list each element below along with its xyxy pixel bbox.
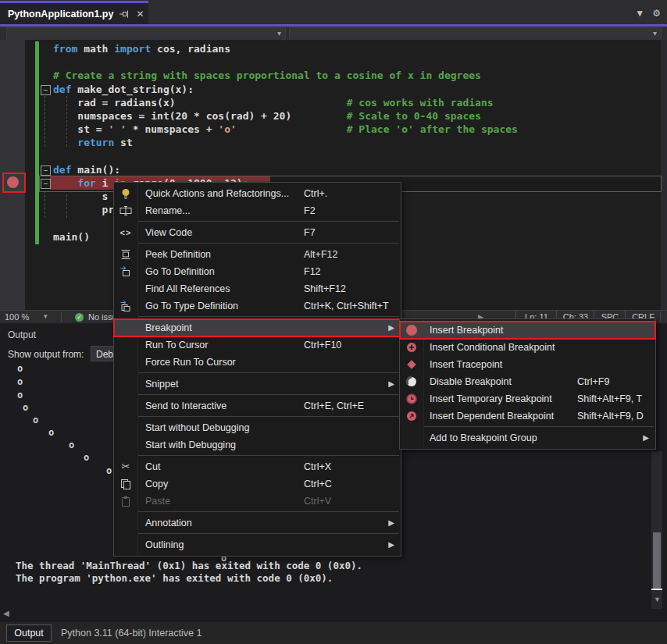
- menu-item-insert-dependent-breakpoint[interactable]: Insert Dependent BreakpointShift+Alt+F9,…: [400, 407, 655, 425]
- breakpoint-icon[interactable]: [7, 176, 19, 188]
- code-line[interactable]: from math import cos, radians: [53, 42, 230, 55]
- code-line[interactable]: return st: [53, 136, 133, 149]
- menu-item-quick-actions-and-refactorings[interactable]: Quick Actions and Refactorings...Ctrl+.: [114, 185, 401, 202]
- fold-collapse-icon[interactable]: −: [41, 85, 51, 95]
- zoom-level[interactable]: 100 %: [5, 312, 29, 322]
- menu-item-label: Start with Debugging: [145, 436, 236, 454]
- editor-vertical-scrollbar[interactable]: [661, 40, 667, 310]
- pin-icon[interactable]: [119, 9, 130, 19]
- menu-item-find-all-references[interactable]: Find All ReferencesShift+F12: [114, 280, 401, 297]
- menu-item-insert-tracepoint[interactable]: Insert Tracepoint: [400, 356, 655, 373]
- menu-separator: [423, 426, 654, 427]
- menu-item-force-run-to-cursor[interactable]: Force Run To Cursor: [114, 354, 401, 371]
- menu-item-annotation[interactable]: Annotation▶: [114, 514, 401, 532]
- output-char: o: [84, 452, 89, 463]
- menu-item-shortcut: Ctrl+V: [304, 493, 331, 510]
- code-line[interactable]: # Create a string with spaces proportion…: [53, 69, 481, 82]
- code-line[interactable]: def main():: [53, 163, 120, 176]
- submenu-arrow-icon: ▶: [388, 319, 394, 336]
- close-icon[interactable]: ✕: [136, 9, 144, 20]
- menu-item-label: Force Run To Cursor: [145, 354, 236, 371]
- menu-item-label: Paste: [145, 493, 170, 510]
- menu-item-disable-breakpoint[interactable]: Disable BreakpointCtrl+F9: [400, 373, 655, 390]
- breakpoint-annotation-box: [2, 173, 26, 193]
- menu-item-copy[interactable]: CopyCtrl+C: [114, 475, 401, 493]
- menu-item-shortcut: Ctrl+C: [304, 475, 332, 493]
- menu-item-peek-definition[interactable]: Peek DefinitionAlt+F12: [114, 246, 401, 263]
- tab-python-interactive[interactable]: Python 3.11 (64-bit) Interactive 1: [61, 625, 202, 641]
- scroll-left-icon[interactable]: ◀: [3, 609, 9, 617]
- menu-item-label: Find All References: [145, 280, 230, 297]
- code-line[interactable]: numspaces = int(20 * cos(rad) + 20) # Sc…: [53, 109, 481, 123]
- fold-collapse-icon[interactable]: −: [41, 165, 51, 176]
- menu-item-shortcut: F2: [304, 202, 316, 219]
- output-scrollbar-thumb[interactable]: [653, 532, 661, 590]
- menu-item-go-to-definition[interactable]: Go To DefinitionF12: [114, 263, 401, 280]
- menu-item-shortcut: Ctrl+.: [304, 185, 327, 202]
- document-tab-title: PythonApplication1.py: [8, 9, 113, 20]
- health-check-icon[interactable]: ✓: [75, 313, 84, 322]
- menu-item-label: Breakpoint: [145, 319, 192, 336]
- menu-item-shortcut: Shift+Alt+F9, T: [577, 390, 642, 407]
- menu-item-insert-breakpoint[interactable]: Insert Breakpoint: [400, 322, 655, 339]
- menu-item-cut[interactable]: ✂CutCtrl+X: [114, 458, 401, 475]
- conditional-breakpoint-icon: [405, 341, 418, 354]
- temporary-breakpoint-icon: [405, 393, 418, 405]
- menu-item-label: Annotation: [145, 514, 192, 532]
- editor-context-menu: Quick Actions and Refactorings...Ctrl+.R…: [113, 182, 401, 557]
- accent-divider: [0, 24, 667, 27]
- menu-item-start-without-debugging[interactable]: Start without Debugging: [114, 419, 401, 436]
- gear-icon[interactable]: ⚙: [652, 8, 661, 19]
- menu-separator: [137, 455, 399, 456]
- menu-item-run-to-cursor[interactable]: Run To CursorCtrl+F10: [114, 336, 401, 354]
- submenu-arrow-icon: ▶: [388, 375, 394, 393]
- menu-separator: [137, 533, 399, 534]
- menu-item-label: Snippet: [145, 375, 178, 393]
- code-line[interactable]: def make_dot_string(x):: [53, 83, 194, 96]
- menu-item-go-to-type-definition[interactable]: Go To Type DefinitionCtrl+K, Ctrl+Shift+…: [114, 297, 401, 315]
- menu-item-view-code[interactable]: <>View CodeF7: [114, 224, 401, 241]
- menu-item-rename[interactable]: Rename...F2: [114, 202, 401, 219]
- menu-separator: [137, 511, 399, 512]
- peek-definition-icon: [119, 248, 132, 261]
- output-char: o: [106, 465, 112, 476]
- output-char: o: [23, 402, 28, 413]
- menu-item-label: Insert Tracepoint: [430, 356, 502, 373]
- menu-item-breakpoint[interactable]: Breakpoint▶: [114, 319, 401, 336]
- chevron-down-icon[interactable]: ▼: [635, 8, 644, 19]
- menu-separator: [137, 394, 399, 395]
- menu-item-outlining[interactable]: Outlining▶: [114, 536, 401, 553]
- lightbulb-icon: [119, 187, 132, 200]
- menu-item-label: Insert Breakpoint: [430, 322, 504, 339]
- console-line: The thread 'MainThread' (0x1) has exited…: [16, 560, 362, 571]
- chevron-down-icon[interactable]: ▾: [44, 312, 48, 320]
- document-tab[interactable]: PythonApplication1.py ✕: [0, 3, 148, 24]
- menu-item-snippet[interactable]: Snippet▶: [114, 375, 401, 393]
- cut-icon: ✂: [119, 461, 132, 473]
- output-char: o: [48, 427, 54, 438]
- console-line: The program 'python.exe' has exited with…: [16, 572, 333, 584]
- code-line[interactable]: rad = radians(x) # cos works with radian…: [53, 96, 494, 109]
- menu-item-label: Run To Cursor: [145, 336, 208, 354]
- code-line[interactable]: s: [53, 190, 108, 203]
- breakpoint-submenu: Insert BreakpointInsert Conditional Brea…: [399, 318, 656, 450]
- tab-output[interactable]: Output: [6, 624, 52, 642]
- menu-item-insert-conditional-breakpoint[interactable]: Insert Conditional Breakpoint: [400, 339, 655, 356]
- menu-item-label: Go To Definition: [145, 263, 215, 280]
- menu-item-label: Insert Temporary Breakpoint: [430, 390, 552, 407]
- menu-item-shortcut: Ctrl+K, Ctrl+Shift+T: [304, 297, 389, 315]
- menu-item-add-to-breakpoint-group[interactable]: Add to Breakpoint Group▶: [400, 429, 655, 447]
- scroll-down-icon[interactable]: ▼: [654, 596, 661, 603]
- fold-collapse-icon[interactable]: −: [41, 179, 51, 189]
- menu-item-insert-temporary-breakpoint[interactable]: Insert Temporary BreakpointShift+Alt+F9,…: [400, 390, 655, 407]
- code-line[interactable]: main(): [53, 230, 90, 244]
- menu-item-label: Add to Breakpoint Group: [430, 429, 537, 447]
- code-line[interactable]: st = ' ' * numspaces + 'o' # Place 'o' a…: [53, 123, 518, 136]
- menu-item-send-to-interactive[interactable]: Send to InteractiveCtrl+E, Ctrl+E: [114, 397, 401, 415]
- output-char: o: [17, 390, 23, 400]
- code-line[interactable]: pr: [53, 203, 114, 216]
- menu-item-start-with-debugging[interactable]: Start with Debugging: [114, 436, 401, 454]
- menu-separator: [137, 316, 399, 317]
- chevron-down-icon: ▾: [277, 29, 281, 37]
- menu-separator: [137, 372, 399, 373]
